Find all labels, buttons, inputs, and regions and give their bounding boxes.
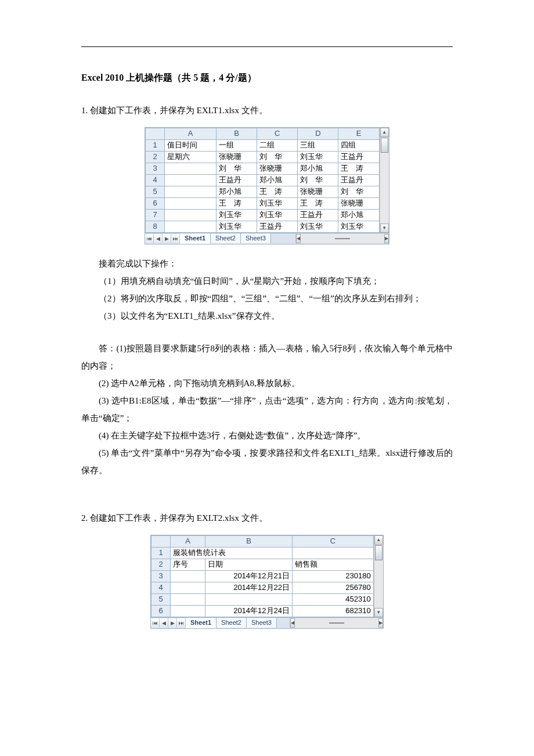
scroll-down-icon[interactable]: ▼ — [374, 608, 383, 617]
table-row: 6 2014年12月24日 682310 — [151, 605, 374, 617]
table-row: 1 值日时间 一组 二组 三组 四组 — [146, 139, 380, 151]
table-row: 5 452310 — [151, 593, 374, 605]
answer-paragraph: (2) 选中A2单元格，向下拖动填充柄到A8,释放鼠标。 — [81, 375, 453, 392]
table-row: 5 郑小旭 王 涛 张晓珊 刘 华 — [146, 186, 380, 197]
answer-paragraph: 答：(1)按照题目要求新建5行8列的表格：插入—表格，输入5行8列，依次输入每个… — [81, 340, 453, 375]
answer-label: 答： — [99, 344, 116, 353]
excel-table-2: A B C 1 服装销售统计表 2 序号 日期 销售额 3 — [151, 535, 374, 617]
scroll-down-icon[interactable]: ▼ — [380, 224, 389, 233]
table-row: 1 服装销售统计表 — [151, 547, 374, 559]
sheet-tab[interactable]: Sheet2 — [217, 618, 247, 628]
paragraph: （2）将列的次序取反，即按“四组”、“三组”、“二组”、“一组”的次序从左到右排… — [81, 290, 453, 307]
table-row: 3 刘 华 张晓珊 郑小旭 王 涛 — [146, 163, 380, 174]
prev-sheet-icon[interactable]: ◀ — [154, 234, 163, 243]
vertical-scrollbar[interactable]: ▲ ▼ — [380, 128, 389, 233]
last-sheet-icon[interactable]: ⏭ — [177, 618, 186, 628]
col-header: E — [338, 128, 379, 139]
scroll-thumb[interactable] — [335, 238, 350, 239]
page-title: Excel 2010 上机操作题（共 5 题，4 分/题） — [81, 70, 453, 85]
sheet-tab[interactable]: Sheet1 — [180, 233, 211, 244]
table-row: 2 序号 日期 销售额 — [151, 559, 374, 570]
horizontal-scrollbar[interactable]: ◀ ▶ — [295, 234, 389, 243]
sheet-tabstrip: ⏮ ◀ ▶ ⏭ Sheet1 Sheet2 Sheet3 ◀ ▶ — [151, 617, 383, 628]
first-sheet-icon[interactable]: ⏮ — [145, 234, 154, 243]
table-row: 4 王益丹 郑小旭 刘 华 王益丹 — [146, 174, 380, 186]
col-header: A — [165, 128, 217, 139]
table-row: 2 星期六 张晓珊 刘 华 刘玉华 王益丹 — [146, 151, 380, 163]
scroll-up-icon[interactable]: ▲ — [374, 535, 383, 545]
scroll-right-icon[interactable]: ▶ — [384, 234, 389, 243]
answer-text: (1)按照题目要求新建5行8列的表格：插入—表格，输入5行8列，依次输入每个单元… — [81, 344, 453, 370]
col-header: C — [293, 535, 374, 547]
prev-sheet-icon[interactable]: ◀ — [160, 618, 168, 628]
scroll-left-icon[interactable]: ◀ — [296, 234, 301, 243]
scroll-left-icon[interactable]: ◀ — [290, 618, 295, 628]
table-row: 8 刘玉华 王益丹 刘玉华 刘玉华 — [146, 221, 380, 232]
scroll-thumb[interactable] — [329, 622, 344, 624]
first-sheet-icon[interactable]: ⏮ — [151, 618, 160, 628]
table-row: 3 2014年12月21日 230180 — [151, 570, 374, 582]
paragraph: 接着完成以下操作： — [81, 255, 453, 272]
scroll-thumb[interactable] — [375, 545, 383, 560]
sheet-tab[interactable]: Sheet3 — [247, 618, 277, 628]
sheet-tab[interactable]: Sheet2 — [211, 233, 241, 243]
col-header: C — [257, 128, 298, 139]
sheet-tab[interactable]: Sheet3 — [241, 233, 271, 243]
answer-paragraph: (5) 单击“文件”菜单中“另存为”命令项，按要求路径和文件名EXLT1_结果。… — [81, 444, 453, 479]
next-sheet-icon[interactable]: ▶ — [168, 618, 177, 628]
corner-cell — [146, 128, 165, 139]
sheet-tabstrip: ⏮ ◀ ▶ ⏭ Sheet1 Sheet2 Sheet3 ◀ ▶ — [145, 233, 389, 244]
col-header: B — [205, 535, 293, 547]
page-rule — [81, 46, 453, 47]
table-row: 6 王 涛 刘玉华 王 涛 张晓珊 — [146, 197, 380, 209]
next-sheet-icon[interactable]: ▶ — [163, 234, 171, 243]
col-header: A — [171, 535, 205, 547]
answer-paragraph: (4) 在主关键字处下拉框中选3行，右侧处选“数值”，次序处选“降序”。 — [81, 427, 453, 444]
horizontal-scrollbar[interactable]: ◀ ▶ — [290, 618, 383, 628]
scroll-up-icon[interactable]: ▲ — [380, 128, 389, 137]
corner-cell — [151, 535, 171, 547]
sheet-tab[interactable]: Sheet1 — [186, 618, 217, 628]
table-row: 7 刘玉华 刘玉华 王益丹 郑小旭 — [146, 209, 380, 221]
question-2: 2. 创建如下工作表，并保存为 EXLT2.xlsx 文件。 — [81, 509, 453, 527]
paragraph: （1）用填充柄自动填充“值日时间”，从“星期六”开始，按顺序向下填充； — [81, 272, 453, 290]
vertical-scrollbar[interactable]: ▲ ▼ — [374, 535, 383, 617]
excel-embed-2: A B C 1 服装销售统计表 2 序号 日期 销售额 3 — [150, 535, 384, 629]
col-header: D — [298, 128, 338, 139]
col-header: B — [217, 128, 257, 139]
last-sheet-icon[interactable]: ⏭ — [171, 234, 180, 243]
scroll-thumb[interactable] — [381, 138, 388, 153]
table-row: 4 2014年12月22日 256780 — [151, 582, 374, 593]
paragraph: （3）以文件名为“EXLT1_结果.xlsx”保存文件。 — [81, 307, 453, 325]
question-1: 1. 创建如下工作表，并保存为 EXLT1.xlsx 文件。 — [81, 102, 453, 119]
excel-embed-1: A B C D E 1 值日时间 一组 二组 三组 四组 2 星期六 — [145, 127, 389, 244]
answer-paragraph: (3) 选中B1:E8区域，单击“数据”—“排序”，点击“选项”，选方向：行方向… — [81, 392, 453, 427]
scroll-right-icon[interactable]: ▶ — [378, 618, 383, 628]
excel-table-1: A B C D E 1 值日时间 一组 二组 三组 四组 2 星期六 — [145, 128, 380, 233]
